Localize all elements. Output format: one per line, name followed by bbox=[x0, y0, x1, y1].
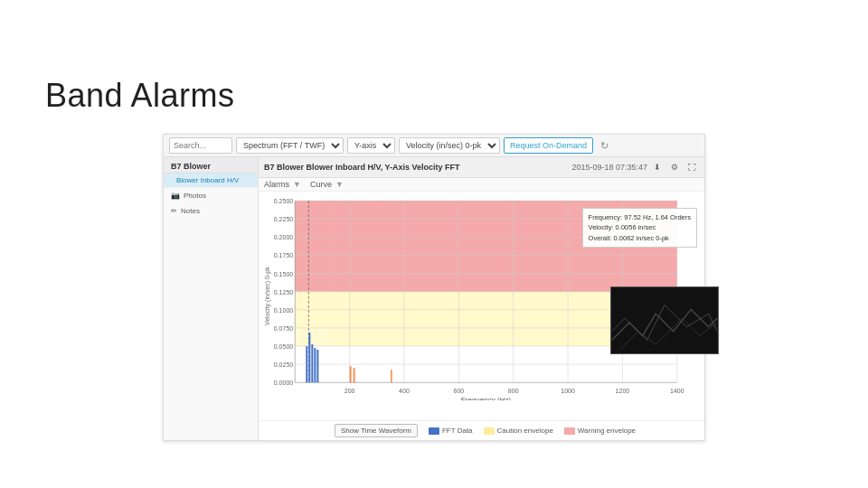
svg-rect-36 bbox=[350, 366, 352, 382]
legend-fft: FFT Data bbox=[429, 427, 473, 435]
sidebar-section-title: B7 Blower bbox=[164, 157, 258, 174]
svg-text:400: 400 bbox=[399, 388, 410, 394]
sidebar-item-blower[interactable]: Blower Inboard H/V bbox=[164, 174, 258, 188]
photo-thumbnail bbox=[610, 286, 719, 354]
legend-warning: Warning envelope bbox=[564, 427, 636, 435]
content-toolbar: B7 Blower Blower Inboard H/V, Y-Axis Vel… bbox=[259, 157, 704, 178]
svg-text:800: 800 bbox=[508, 388, 519, 394]
search-input[interactable] bbox=[169, 137, 232, 154]
photo-scribble-svg bbox=[611, 287, 718, 353]
svg-rect-33 bbox=[311, 344, 313, 382]
svg-text:0.2250: 0.2250 bbox=[274, 216, 294, 222]
svg-rect-32 bbox=[308, 333, 310, 382]
download-icon[interactable]: ⬇ bbox=[650, 160, 665, 174]
svg-text:0.0250: 0.0250 bbox=[274, 361, 294, 368]
alarms-label: Alarms bbox=[264, 180, 289, 189]
svg-text:0.0000: 0.0000 bbox=[274, 380, 294, 386]
svg-text:200: 200 bbox=[344, 388, 355, 394]
svg-rect-38 bbox=[391, 370, 392, 382]
svg-text:0.0500: 0.0500 bbox=[274, 343, 294, 350]
svg-text:1000: 1000 bbox=[561, 388, 575, 394]
svg-text:0.1250: 0.1250 bbox=[274, 289, 294, 296]
sidebar-photos[interactable]: 📷 Photos bbox=[164, 188, 258, 203]
legend-caution-color bbox=[484, 427, 495, 435]
svg-rect-31 bbox=[306, 346, 307, 382]
svg-text:Velocity (in/sec) 0-pk: Velocity (in/sec) 0-pk bbox=[264, 267, 271, 325]
sidebar: B7 Blower Blower Inboard H/V 📷 Photos ✏ … bbox=[164, 157, 259, 440]
svg-text:0.2000: 0.2000 bbox=[274, 234, 294, 240]
legend-fft-color bbox=[429, 427, 439, 435]
spectrum-select[interactable]: Spectrum (FFT / TWF) bbox=[236, 137, 344, 154]
legend-warning-color bbox=[564, 427, 575, 435]
svg-text:1200: 1200 bbox=[616, 388, 630, 394]
content-actions: 2015-09-18 07:35:47 ⬇ ⚙ ⛶ bbox=[571, 160, 699, 174]
legend-caution: Caution envelope bbox=[484, 427, 553, 435]
sidebar-notes[interactable]: ✏ Notes bbox=[164, 203, 258, 219]
settings-icon[interactable]: ⚙ bbox=[667, 160, 682, 174]
svg-rect-35 bbox=[316, 350, 318, 382]
svg-marker-6 bbox=[331, 201, 376, 292]
tooltip-frequency: Frequency: 97.52 Hz, 1.64 Orders bbox=[589, 212, 691, 222]
svg-text:0.1500: 0.1500 bbox=[274, 271, 294, 277]
svg-text:600: 600 bbox=[453, 388, 464, 394]
svg-text:0.2500: 0.2500 bbox=[274, 198, 294, 204]
legend-caution-label: Caution envelope bbox=[497, 427, 553, 435]
pencil-icon: ✏ bbox=[171, 207, 177, 215]
alarms-dropdown-icon[interactable]: ▼ bbox=[293, 180, 301, 189]
svg-text:0.1000: 0.1000 bbox=[274, 307, 294, 314]
timestamp: 2015-09-18 07:35:47 bbox=[571, 163, 647, 172]
curve-label: Curve bbox=[310, 180, 332, 189]
chart-title: B7 Blower Blower Inboard H/V, Y-Axis Vel… bbox=[264, 163, 460, 172]
svg-text:1400: 1400 bbox=[670, 388, 684, 394]
curve-dropdown-icon[interactable]: ▼ bbox=[335, 180, 344, 189]
velocity-select[interactable]: Velocity (in/sec) 0-pk bbox=[399, 137, 500, 154]
legend-fft-label: FFT Data bbox=[442, 427, 473, 435]
legend-warning-label: Warning envelope bbox=[578, 427, 636, 435]
show-time-waveform-button[interactable]: Show Time Waveform bbox=[335, 424, 418, 437]
request-ondemand-button[interactable]: Request On-Demand bbox=[504, 137, 593, 154]
svg-text:0.1750: 0.1750 bbox=[274, 252, 294, 258]
tooltip-velocity: Velocity: 0.0056 in/sec bbox=[589, 222, 691, 232]
data-tooltip: Frequency: 97.52 Hz, 1.64 Orders Velocit… bbox=[582, 208, 697, 248]
legend-area: Show Time Waveform FFT Data Caution enve… bbox=[259, 420, 704, 440]
svg-rect-34 bbox=[314, 348, 316, 382]
page-title: Band Alarms bbox=[45, 77, 235, 115]
y-axis-select[interactable]: Y-axis bbox=[347, 137, 395, 154]
camera-icon: 📷 bbox=[171, 192, 180, 200]
svg-marker-9 bbox=[331, 328, 376, 346]
svg-rect-37 bbox=[354, 368, 355, 382]
expand-icon[interactable]: ⛶ bbox=[684, 160, 699, 174]
svg-text:Frequency (Hz): Frequency (Hz) bbox=[461, 396, 512, 400]
main-toolbar: Spectrum (FFT / TWF) Y-axis Velocity (in… bbox=[164, 135, 704, 157]
svg-text:0.0750: 0.0750 bbox=[274, 325, 294, 332]
refresh-icon[interactable]: ↻ bbox=[597, 138, 611, 153]
svg-marker-5 bbox=[295, 201, 331, 292]
tooltip-overall: Overall: 0.0062 in/sec 0-pk bbox=[589, 233, 691, 243]
